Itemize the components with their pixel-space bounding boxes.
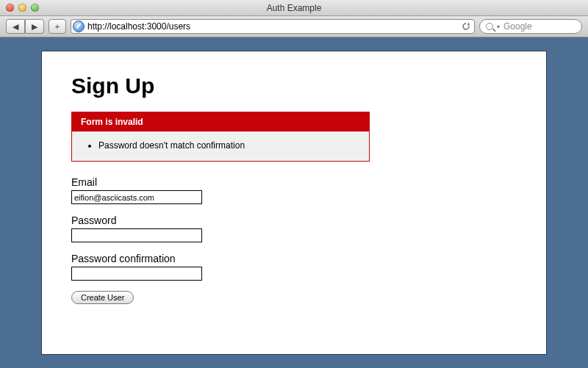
window-controls: [6, 4, 39, 12]
zoom-window-button[interactable]: [31, 4, 39, 12]
add-bookmark-button[interactable]: +: [49, 19, 66, 34]
address-bar[interactable]: http://localhost:3000/users: [71, 19, 475, 34]
error-body: Password doesn't match confirmation: [72, 131, 369, 161]
search-field[interactable]: ▾ Google: [479, 19, 582, 34]
nav-buttons: ◀ ▶: [6, 19, 44, 34]
minimize-window-button[interactable]: [18, 4, 26, 12]
close-window-button[interactable]: [6, 4, 14, 12]
browser-toolbar: ◀ ▶ + http://localhost:3000/users ▾ Goog…: [0, 16, 588, 37]
error-list: Password doesn't match confirmation: [78, 139, 360, 152]
viewport: Sign Up Form is invalid Password doesn't…: [0, 37, 588, 368]
url-text: http://localhost:3000/users: [87, 21, 458, 32]
forward-button[interactable]: ▶: [25, 19, 44, 34]
search-icon: [486, 23, 493, 30]
password-confirmation-field-wrapper: Password confirmation: [71, 253, 517, 281]
error-explanation: Form is invalid Password doesn't match c…: [71, 112, 370, 162]
window-title: Auth Example: [0, 3, 588, 13]
password-label: Password: [71, 214, 517, 226]
email-field-wrapper: Email: [71, 176, 517, 204]
password-confirmation-label: Password confirmation: [71, 253, 517, 264]
password-field-wrapper: Password: [71, 214, 517, 242]
window-titlebar: Auth Example: [0, 0, 588, 16]
search-engine-chevron-icon: ▾: [497, 24, 500, 30]
site-icon: [73, 21, 85, 32]
back-button[interactable]: ◀: [6, 19, 25, 34]
reload-button[interactable]: [461, 21, 471, 32]
search-placeholder: Google: [503, 21, 532, 32]
password-input[interactable]: [71, 228, 202, 242]
email-label: Email: [71, 176, 517, 188]
page-heading: Sign Up: [71, 73, 517, 98]
password-confirmation-input[interactable]: [71, 267, 202, 281]
email-input[interactable]: [71, 190, 202, 204]
submit-button[interactable]: Create User: [71, 291, 134, 304]
page-content: Sign Up Form is invalid Password doesn't…: [41, 51, 547, 355]
error-title: Form is invalid: [72, 112, 369, 131]
error-message: Password doesn't match confirmation: [98, 139, 360, 152]
